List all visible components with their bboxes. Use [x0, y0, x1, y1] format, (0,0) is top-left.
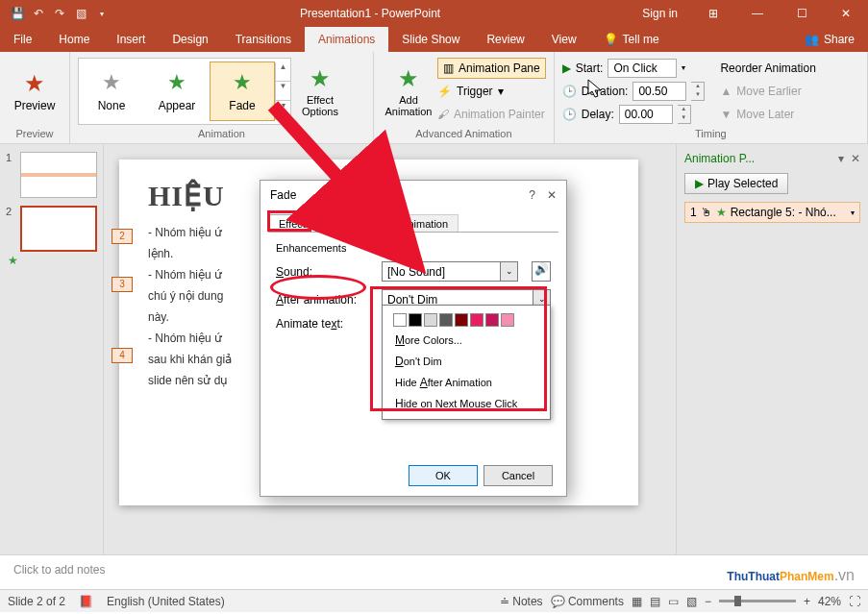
- mouse-icon: 🖱: [701, 206, 712, 219]
- anim-handle-3[interactable]: 3: [112, 277, 133, 292]
- star-icon: ★: [310, 65, 331, 92]
- notes-toggle[interactable]: ≐ Notes: [500, 595, 543, 608]
- preview-button[interactable]: ★ Preview: [8, 58, 62, 125]
- fit-icon[interactable]: ⛶: [849, 595, 860, 608]
- trigger-button[interactable]: ⚡Trigger ▾: [437, 81, 546, 102]
- more-colors-option[interactable]: More Colors...: [387, 330, 545, 351]
- undo-icon[interactable]: ↶: [29, 4, 48, 23]
- cursor-icon: [587, 79, 605, 100]
- thumbnail-2[interactable]: 2: [6, 206, 97, 252]
- quick-access: 💾 ↶ ↷ ▧ ▾: [0, 4, 112, 23]
- status-bar: Slide 2 of 2 📕 English (United States) ≐…: [0, 589, 868, 612]
- sound-preview-icon[interactable]: 🔊: [532, 261, 551, 282]
- tab-animations[interactable]: Animations: [305, 27, 388, 52]
- group-advanced-animation: ★Add Animation ▥Animation Pane ⚡Trigger …: [374, 52, 555, 143]
- normal-view-icon[interactable]: ▦: [632, 595, 642, 608]
- comments-toggle[interactable]: 💬 Comments: [551, 595, 624, 608]
- tab-transitions[interactable]: Transitions: [222, 27, 305, 52]
- animation-item[interactable]: 1🖱★Rectangle 5: - Nhó...▾: [684, 202, 860, 223]
- start-icon: ▶: [562, 61, 571, 75]
- add-animation-button[interactable]: ★Add Animation: [382, 58, 435, 125]
- start-combo[interactable]: On Click: [608, 59, 677, 78]
- ribbon-display-icon[interactable]: ⊞: [691, 0, 735, 27]
- tab-insert[interactable]: Insert: [103, 27, 159, 52]
- spellcheck-icon[interactable]: 📕: [79, 595, 93, 608]
- sound-combo[interactable]: [No Sound]⌄: [382, 261, 518, 282]
- hide-next-click-option[interactable]: Hide on Next Mouse Click: [387, 393, 545, 414]
- animation-indicator-icon: ★: [8, 254, 97, 267]
- clock-icon: 🕒: [562, 85, 577, 98]
- delay-input[interactable]: 00.00: [619, 105, 673, 124]
- tab-timing[interactable]: Timing: [316, 214, 369, 233]
- play-selected-button[interactable]: ▶Play Selected: [684, 173, 788, 194]
- close-icon[interactable]: ✕: [824, 0, 868, 27]
- tab-file[interactable]: File: [0, 27, 45, 52]
- qa-customize-icon[interactable]: ▾: [92, 4, 112, 23]
- section-heading: Enhancements: [276, 242, 551, 254]
- animation-pane-button[interactable]: ▥Animation Pane: [437, 58, 546, 79]
- pane-dropdown-icon[interactable]: ▾: [838, 152, 844, 165]
- anim-handle-4[interactable]: 4: [112, 348, 133, 363]
- chevron-down-icon[interactable]: ⌄: [500, 262, 517, 281]
- close-icon[interactable]: ✕: [547, 188, 557, 202]
- slide-counter[interactable]: Slide 2 of 2: [8, 595, 65, 608]
- hide-after-option[interactable]: Hide After Animation: [387, 372, 545, 393]
- tab-text-animation[interactable]: Text Animation: [369, 214, 459, 233]
- close-pane-icon[interactable]: ✕: [851, 152, 860, 165]
- star-icon: ★: [233, 70, 252, 95]
- gallery-appear[interactable]: ★Appear: [144, 61, 210, 121]
- color-swatch[interactable]: [485, 313, 499, 327]
- duration-spinner[interactable]: ▲▼: [691, 82, 705, 101]
- tab-review[interactable]: Review: [473, 27, 537, 52]
- after-animation-dropdown: More Colors... Don't Dim Hide After Anim…: [382, 305, 551, 420]
- zoom-value[interactable]: 42%: [818, 595, 841, 608]
- slideshow-view-icon[interactable]: ▧: [686, 595, 697, 608]
- language-button[interactable]: English (United States): [107, 595, 225, 608]
- sorter-view-icon[interactable]: ▤: [650, 595, 660, 608]
- tab-view[interactable]: View: [538, 27, 590, 52]
- thumbnail-1[interactable]: 1: [6, 152, 97, 198]
- maximize-icon[interactable]: ☐: [780, 0, 824, 27]
- dialog-titlebar[interactable]: Fade ?✕: [260, 181, 566, 209]
- animation-painter-button: 🖌Animation Painter: [437, 104, 546, 125]
- start-from-beginning-icon[interactable]: ▧: [71, 4, 90, 23]
- reorder-label: Reorder Animation: [720, 58, 815, 79]
- dont-dim-option[interactable]: Don't Dim: [387, 351, 545, 372]
- tab-home[interactable]: Home: [45, 27, 103, 52]
- share-button[interactable]: 👥Share: [791, 27, 868, 52]
- zoom-in-icon[interactable]: +: [804, 595, 810, 608]
- title-bar: 💾 ↶ ↷ ▧ ▾ Presentation1 - PowerPoint Sig…: [0, 0, 868, 27]
- zoom-out-icon[interactable]: −: [705, 595, 711, 608]
- gallery-fade[interactable]: ★Fade: [210, 61, 275, 121]
- tab-effect[interactable]: Effect: [268, 214, 316, 233]
- minimize-icon[interactable]: —: [735, 0, 780, 27]
- gallery-spinner[interactable]: ▲▼▾: [275, 62, 290, 120]
- color-swatch[interactable]: [455, 313, 468, 327]
- tab-slideshow[interactable]: Slide Show: [388, 27, 473, 52]
- delay-spinner[interactable]: ▲▼: [678, 105, 691, 124]
- group-preview: ★ Preview Preview: [0, 52, 70, 143]
- gallery-none[interactable]: ★None: [79, 61, 144, 121]
- help-icon[interactable]: ?: [529, 188, 535, 202]
- anim-handle-2[interactable]: 2: [112, 229, 133, 244]
- color-swatch[interactable]: [409, 313, 422, 327]
- animation-gallery[interactable]: ★None ★Appear ★Fade ▲▼▾: [78, 58, 291, 125]
- reading-view-icon[interactable]: ▭: [668, 595, 679, 608]
- sign-in-link[interactable]: Sign in: [629, 7, 691, 20]
- duration-input[interactable]: 00.50: [632, 82, 686, 101]
- color-swatch[interactable]: [393, 313, 407, 327]
- color-swatch[interactable]: [424, 313, 437, 327]
- ok-button[interactable]: OK: [409, 465, 478, 486]
- group-label: Animation: [78, 126, 365, 141]
- color-swatch[interactable]: [501, 313, 514, 327]
- fade-dialog: Fade ?✕ Effect Timing Text Animation Enh…: [260, 180, 567, 497]
- color-swatch[interactable]: [439, 313, 453, 327]
- cancel-button[interactable]: Cancel: [484, 465, 553, 486]
- zoom-slider[interactable]: [719, 600, 796, 602]
- save-icon[interactable]: 💾: [8, 4, 27, 23]
- tab-design[interactable]: Design: [159, 27, 221, 52]
- tell-me[interactable]: 💡Tell me: [590, 27, 673, 52]
- color-swatch[interactable]: [470, 313, 484, 327]
- redo-icon[interactable]: ↷: [50, 4, 69, 23]
- effect-options-button[interactable]: ★Effect Options: [293, 58, 347, 125]
